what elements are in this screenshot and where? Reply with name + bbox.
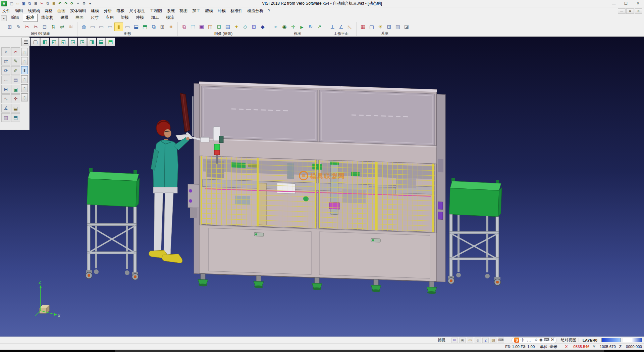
selection-icon[interactable]: ⌖ — [1, 47, 10, 56]
solid-icon[interactable]: ▣ — [11, 85, 20, 94]
sketch-icon[interactable]: ✎ — [11, 57, 20, 65]
status-user-icon[interactable]: ☺ — [475, 338, 481, 343]
view-mode-label[interactable]: 绝对视图 — [561, 338, 576, 343]
cut-elements-icon[interactable]: ✂ — [32, 23, 40, 31]
status-grid-icon[interactable]: ⊞ — [451, 338, 458, 343]
dynamic-view-icon[interactable]: ≈ — [271, 23, 280, 31]
menu-item[interactable]: 加工 — [190, 7, 203, 14]
ribbon-tab[interactable]: 标准 — [23, 14, 38, 22]
ribbon-tab[interactable]: 尺寸 — [87, 14, 102, 22]
ime-mic-icon[interactable]: ◉ — [539, 338, 543, 343]
menu-item[interactable]: 系统 — [164, 7, 177, 14]
view-center-icon[interactable]: ◉ — [280, 23, 289, 31]
menu-item[interactable]: 文件 — [0, 7, 13, 14]
strip-button-1[interactable]: ▯ — [21, 48, 28, 56]
solid-bottom-icon[interactable]: ⬓ — [132, 23, 141, 31]
status-folder-icon[interactable]: ▭ — [467, 338, 473, 343]
settings-icon[interactable]: ⚙ — [81, 1, 87, 7]
view-back-icon[interactable]: ◨ — [87, 38, 96, 46]
capture-icon[interactable]: ◫ — [206, 23, 215, 31]
view-front-icon[interactable]: ◱ — [59, 38, 68, 46]
menu-item[interactable]: 电极 — [114, 7, 127, 14]
qat-dropdown-icon[interactable]: ▾ — [87, 1, 93, 7]
layer-color-swatch[interactable] — [601, 338, 621, 342]
angle-icon[interactable]: ∡ — [1, 104, 10, 113]
view-menu-icon[interactable]: ☰ — [21, 38, 31, 46]
point-icon[interactable]: ✛ — [11, 94, 20, 103]
menu-item[interactable]: 曲面 — [55, 7, 68, 14]
view-right-icon[interactable]: ◲ — [68, 38, 77, 46]
paste-icon[interactable]: ⊞ — [51, 1, 57, 7]
pocket-icon[interactable]: ⬓ — [11, 104, 20, 113]
highlight-style-icon[interactable]: ▮ — [114, 23, 123, 31]
menu-item[interactable]: 网格 — [42, 7, 55, 14]
background-color-swatch[interactable] — [623, 338, 642, 342]
menu-item[interactable]: 线架构 — [25, 7, 42, 14]
ribbon-tab[interactable]: 加工 — [148, 14, 162, 22]
grid-box-icon[interactable]: ⊞ — [158, 23, 167, 31]
smooth-icon[interactable]: ≋ — [66, 23, 75, 31]
tab-dropdown-icon[interactable]: ▾ — [1, 15, 7, 21]
menu-item[interactable]: 视图 — [177, 7, 190, 14]
machine-model[interactable] — [188, 81, 445, 294]
rotate-view-icon[interactable]: ↻ — [306, 23, 315, 31]
view-iso-icon[interactable]: ◧ — [40, 38, 49, 46]
shaded-sphere-icon[interactable]: ◍ — [79, 23, 88, 31]
menu-item[interactable]: 模流分析 — [245, 7, 266, 14]
curve-icon[interactable]: ∿ — [1, 94, 10, 103]
ime-emoji-icon[interactable]: ☺ — [534, 338, 538, 343]
ribbon-tab[interactable]: 塑模 — [117, 14, 132, 22]
ribbon-tab[interactable]: 应用 — [102, 14, 117, 22]
menu-item[interactable]: ? — [266, 7, 273, 14]
menu-item[interactable]: 分析 — [101, 7, 114, 14]
trim-icon[interactable]: ✂ — [11, 47, 20, 56]
save-all-icon[interactable]: ⧉ — [27, 1, 33, 7]
undo-icon[interactable]: ↶ — [57, 1, 63, 7]
photo-icon[interactable]: ◆ — [258, 23, 267, 31]
shade-mode-icon[interactable]: ◪ — [402, 23, 411, 31]
ribbon-tab[interactable]: 曲面 — [72, 14, 87, 22]
menu-item[interactable]: 塑模 — [203, 7, 215, 14]
open-file-icon[interactable]: ▭ — [15, 1, 20, 7]
redo-icon[interactable]: ↷ — [63, 1, 69, 7]
close-button[interactable]: ✕ — [632, 0, 644, 7]
filter-icon[interactable]: ⊟ — [40, 23, 49, 31]
cut-icon[interactable]: ✂ — [39, 1, 45, 7]
refresh-icon[interactable]: ⟳ — [69, 1, 75, 7]
render-icon[interactable]: ⧉ — [180, 23, 189, 31]
ribbon-tab[interactable]: 模流 — [163, 14, 177, 22]
system-grid-icon[interactable]: ⊞ — [385, 23, 393, 31]
snap-toggle[interactable]: 捕捉 — [438, 338, 445, 343]
translate-icon[interactable]: ⇄ — [1, 57, 10, 65]
attr-display-icon[interactable]: ⊞ — [5, 23, 14, 31]
zoom-extents-icon[interactable]: ↗ — [315, 23, 324, 31]
viewport-canvas[interactable]: 模具联盟网 Z X — [0, 37, 644, 337]
status-keyboard-icon[interactable]: ⌨ — [498, 338, 504, 343]
save-icon[interactable]: ▣ — [21, 1, 26, 7]
brightness-icon[interactable]: ☀ — [376, 23, 385, 31]
attr-edit-icon[interactable]: ✎ — [14, 23, 23, 31]
strip-button-2[interactable]: ▯ — [21, 57, 28, 65]
os-taskbar[interactable] — [0, 350, 644, 352]
workplane-3pt-icon[interactable]: ◺ — [345, 23, 354, 31]
erase-icon[interactable]: ✂ — [23, 23, 32, 31]
export-icon[interactable]: ⬒ — [11, 113, 20, 122]
menu-item[interactable]: 工程图 — [148, 7, 164, 14]
view-bottom-icon[interactable]: ⬓ — [97, 38, 106, 46]
frame-box-icon[interactable]: ⧉ — [149, 23, 158, 31]
menu-item[interactable]: 尺寸标注 — [127, 7, 148, 14]
ribbon-tab[interactable]: 冲模 — [132, 14, 147, 22]
mirror-icon[interactable]: ⇔ — [1, 76, 10, 84]
ime-punct-icon[interactable]: ，。 — [526, 338, 533, 343]
print-icon[interactable]: ⊟ — [33, 1, 39, 7]
view-wireframe-icon[interactable]: ▢ — [31, 38, 40, 46]
ribbon-tab[interactable]: 编辑 — [8, 14, 22, 22]
system-colors-icon[interactable]: ▦ — [359, 23, 367, 31]
strip-button-4[interactable]: ▯ — [21, 75, 28, 83]
ime-keyboard-icon[interactable]: ⌨ — [544, 338, 549, 343]
system-hatch-icon[interactable]: ▨ — [393, 23, 402, 31]
image-grid-icon[interactable]: ⊞ — [250, 23, 258, 31]
workplane-angle-icon[interactable]: ∠ — [337, 23, 345, 31]
monitor-icon[interactable]: ▢ — [367, 23, 376, 31]
hatch-style-icon[interactable]: ⌗ — [167, 23, 175, 31]
